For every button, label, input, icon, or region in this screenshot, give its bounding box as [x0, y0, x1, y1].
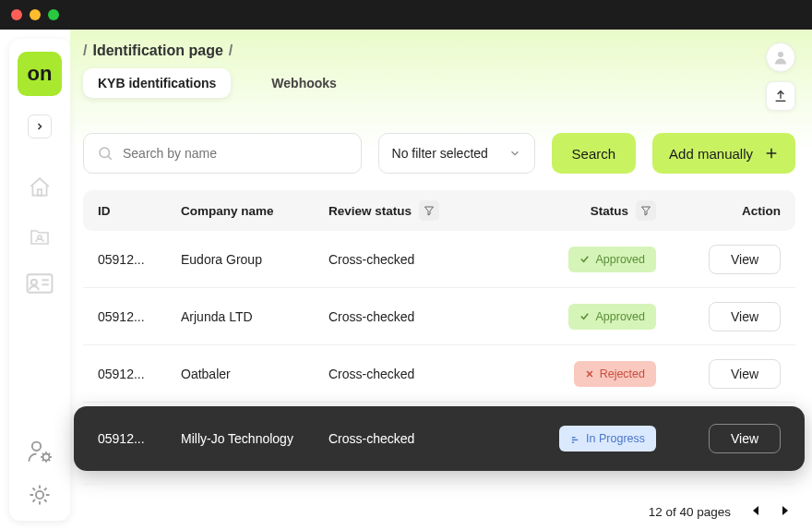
cell-status: Approved [513, 247, 675, 272]
user-icon [772, 49, 789, 66]
progress-icon [570, 434, 580, 444]
col-status[interactable]: Status [513, 200, 675, 221]
check-icon [579, 311, 590, 321]
cell-action: View [675, 424, 781, 453]
svg-point-11 [100, 148, 110, 158]
cell-status: In Progress [513, 426, 675, 452]
chevron-down-icon [508, 147, 521, 160]
table-row-active: 05912... Milly-Jo Technology Cross-check… [74, 406, 805, 471]
window-maximize-icon[interactable] [48, 9, 59, 20]
filter-select[interactable]: No filter selected [378, 133, 535, 174]
table-row: 05912... Oatbaler Cross-checked Rejected… [83, 345, 795, 403]
x-icon [585, 369, 594, 379]
table-header: ID Company name Review status Status Act… [83, 190, 795, 231]
logo-text: on [28, 62, 53, 86]
window-close-icon[interactable] [11, 9, 22, 20]
status-badge-approved: Approved [568, 304, 656, 330]
plus-icon [764, 146, 779, 161]
chevron-right-icon [34, 121, 45, 132]
col-review[interactable]: Review status [328, 200, 513, 221]
view-button[interactable]: View [709, 302, 781, 331]
pagination: 12 of 40 pages [83, 505, 795, 519]
cell-review: Cross-checked [328, 252, 513, 267]
col-id: ID [98, 204, 181, 218]
breadcrumb-page: Identification page [92, 42, 222, 59]
view-button[interactable]: View [709, 424, 781, 453]
svg-point-8 [36, 491, 43, 499]
add-manually-label: Add manually [669, 146, 753, 162]
tab-label: KYB identifications [98, 76, 216, 90]
svg-line-12 [108, 156, 111, 159]
pagination-label: 12 of 40 pages [649, 505, 731, 519]
filter-icon-status[interactable] [636, 200, 656, 221]
cell-review: Cross-checked [328, 309, 513, 324]
cell-company: Eudora Group [181, 252, 328, 267]
cell-review: Cross-checked [328, 431, 513, 446]
check-icon [579, 254, 590, 264]
avatar[interactable] [766, 42, 795, 72]
cell-id: 05912... [98, 252, 181, 267]
status-badge-inprogress: In Progress [559, 426, 656, 452]
cell-id: 05912... [98, 431, 181, 446]
cell-action: View [675, 359, 781, 389]
status-badge-approved: Approved [568, 247, 656, 272]
svg-marker-15 [425, 207, 434, 215]
filter-icon-review[interactable] [419, 200, 439, 221]
svg-point-6 [32, 442, 41, 451]
titlebar [0, 0, 812, 30]
id-card-icon[interactable] [26, 273, 54, 294]
add-manually-button[interactable]: Add manually [652, 133, 795, 174]
status-badge-rejected: Rejected [574, 361, 656, 387]
folder-user-icon[interactable] [27, 225, 53, 247]
next-page-button[interactable] [781, 505, 790, 519]
divider [83, 484, 795, 485]
table-row: 05912... Arjunda LTD Cross-checked Appro… [83, 288, 795, 345]
svg-point-3 [31, 280, 37, 285]
cell-company: Oatbaler [181, 367, 328, 381]
view-button[interactable]: View [709, 359, 781, 389]
cell-action: View [675, 302, 781, 331]
search-button[interactable]: Search [552, 133, 637, 174]
logo: on [18, 52, 62, 96]
breadcrumb-separator: / [83, 42, 87, 59]
svg-rect-0 [38, 189, 42, 196]
view-button[interactable]: View [709, 245, 781, 274]
user-settings-icon[interactable] [27, 438, 53, 464]
cell-status: Approved [513, 304, 675, 330]
svg-point-9 [778, 52, 783, 57]
collapse-sidebar-button[interactable] [28, 114, 52, 139]
search-icon [97, 145, 113, 162]
tab-webhooks[interactable]: Webhooks [257, 68, 352, 98]
search-input[interactable] [123, 146, 348, 161]
cell-company: Milly-Jo Technology [181, 431, 328, 446]
search-button-label: Search [572, 146, 616, 162]
filter-select-label: No filter selected [392, 146, 488, 161]
tab-label: Webhooks [271, 76, 337, 90]
sidebar: on [9, 39, 70, 521]
window-minimize-icon[interactable] [30, 9, 41, 20]
cell-review: Cross-checked [328, 367, 513, 381]
home-icon[interactable] [27, 175, 53, 199]
svg-marker-22 [753, 506, 758, 515]
table-body: 05912... Eudora Group Cross-checked Appr… [83, 231, 795, 471]
cell-action: View [675, 245, 781, 274]
breadcrumb-separator: / [229, 42, 233, 59]
prev-page-button[interactable] [751, 505, 760, 519]
cell-id: 05912... [98, 367, 181, 381]
col-company: Company name [181, 204, 328, 218]
tab-kyb-identifications[interactable]: KYB identifications [83, 68, 231, 98]
upload-icon [773, 89, 788, 103]
svg-marker-16 [642, 207, 651, 215]
col-action: Action [675, 204, 781, 218]
upload-button[interactable] [766, 81, 795, 111]
cell-company: Arjunda LTD [181, 309, 328, 324]
table: ID Company name Review status Status Act… [83, 190, 795, 485]
triangle-left-icon [751, 505, 760, 516]
triangle-right-icon [781, 505, 790, 516]
cell-id: 05912... [98, 309, 181, 324]
settings-icon[interactable] [27, 482, 53, 508]
breadcrumb: / Identification page / [83, 42, 352, 59]
svg-marker-23 [782, 506, 788, 515]
table-row: 05912... Eudora Group Cross-checked Appr… [83, 231, 795, 288]
funnel-icon [640, 205, 651, 216]
